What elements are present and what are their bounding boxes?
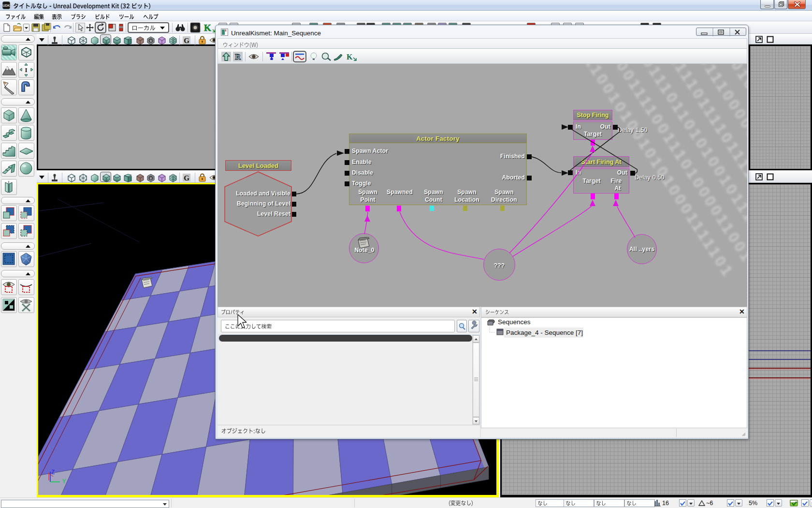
svg-text:Z: Z <box>51 469 55 476</box>
svg-text:G: G <box>184 174 189 182</box>
svg-text:I: I <box>25 66 27 74</box>
svg-text:K: K <box>347 53 353 61</box>
svg-text:K: K <box>204 23 211 33</box>
svg-text:G: G <box>184 37 189 45</box>
svg-text:s: s <box>150 39 152 43</box>
svg-text:s: s <box>150 177 152 180</box>
svg-text:UDK: UDK <box>2 4 10 7</box>
svg-text:R: R <box>235 53 241 61</box>
svg-text:Y: Y <box>62 478 66 485</box>
